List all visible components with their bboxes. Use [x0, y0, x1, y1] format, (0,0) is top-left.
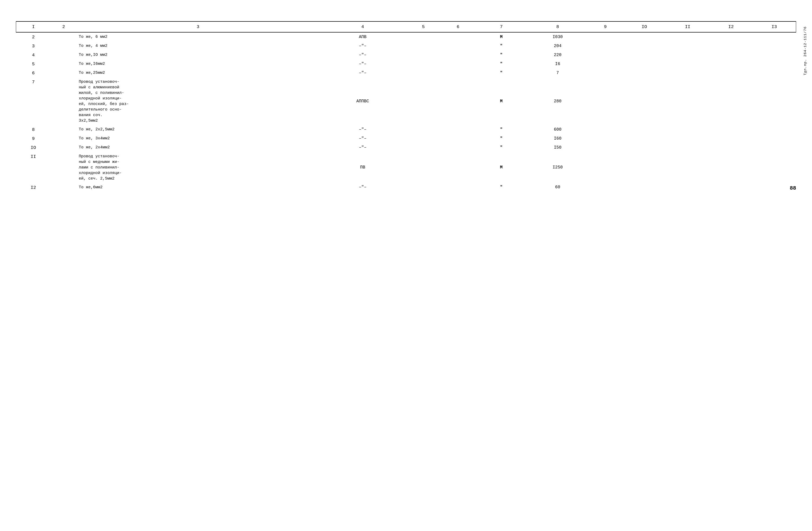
table-row: 3 То же, 4 мм2 –"– " 204 — [16, 42, 796, 50]
row-num: 7 — [16, 77, 51, 125]
row-desc: То же,25мм2 — [77, 69, 319, 77]
row-col13 — [753, 125, 796, 134]
row-desc: То же,6мм2 — [77, 183, 319, 192]
row-mark: –"– — [319, 42, 406, 50]
row-col10 — [623, 69, 666, 77]
row-col13 — [753, 50, 796, 59]
row-col13 — [753, 42, 796, 50]
row-col8: I250 — [527, 152, 588, 183]
row-col5 — [406, 42, 441, 50]
row-col11 — [666, 152, 709, 183]
header-col4: 4 — [319, 21, 406, 32]
row-col6 — [441, 69, 475, 77]
row-col13 — [753, 77, 796, 125]
row-col12 — [709, 42, 753, 50]
row-col5 — [406, 183, 441, 192]
row-col12 — [709, 59, 753, 69]
row-col9 — [588, 50, 623, 59]
table-row: II Провод установоч-ный с медными жи-лам… — [16, 152, 796, 183]
row-col13 — [753, 32, 796, 42]
row-col10 — [623, 59, 666, 69]
row-col9 — [588, 134, 623, 143]
row-col2 — [51, 59, 77, 69]
header-col10: IO — [623, 21, 666, 32]
row-col7: М — [475, 77, 527, 125]
row-desc: То же, 2х4мм2 — [77, 143, 319, 152]
row-col6 — [441, 59, 475, 69]
row-desc: То же, 3х4мм2 — [77, 134, 319, 143]
header-col13: I3 — [753, 21, 796, 32]
header-col3: 3 — [77, 21, 319, 32]
row-col8: I60 — [527, 134, 588, 143]
row-num: 4 — [16, 50, 51, 59]
row-col10 — [623, 134, 666, 143]
row-col13 — [753, 152, 796, 183]
row-col9 — [588, 42, 623, 50]
row-mark: –"– — [319, 134, 406, 143]
table-row: IO То же, 2х4мм2 –"– " I50 — [16, 143, 796, 152]
row-col7: " — [475, 50, 527, 59]
row-col6 — [441, 42, 475, 50]
row-col5 — [406, 59, 441, 69]
row-col9 — [588, 59, 623, 69]
row-col8: 204 — [527, 42, 588, 50]
row-col2 — [51, 77, 77, 125]
row-col8: I6 — [527, 59, 588, 69]
row-col12 — [709, 69, 753, 77]
row-num: 8 — [16, 125, 51, 134]
row-mark: –"– — [319, 143, 406, 152]
row-col6 — [441, 50, 475, 59]
row-col12 — [709, 32, 753, 42]
row-col2 — [51, 42, 77, 50]
row-col12 — [709, 134, 753, 143]
row-col9 — [588, 183, 623, 192]
row-col2 — [51, 152, 77, 183]
header-col6: 6 — [441, 21, 475, 32]
row-col6 — [441, 143, 475, 152]
row-col6 — [441, 125, 475, 134]
row-col11 — [666, 32, 709, 42]
row-desc: Провод установоч-ный с алюминиевойжилой,… — [77, 77, 319, 125]
row-col11 — [666, 42, 709, 50]
row-col2 — [51, 143, 77, 152]
row-num: IO — [16, 143, 51, 152]
row-col6 — [441, 152, 475, 183]
table-row: 4 То же,IO мм2 –"– " 220 — [16, 50, 796, 59]
row-desc: То же,I6мм2 — [77, 59, 319, 69]
row-col13 — [753, 59, 796, 69]
row-col7: " — [475, 42, 527, 50]
row-col11 — [666, 50, 709, 59]
row-col8: 600 — [527, 125, 588, 134]
row-col12 — [709, 143, 753, 152]
row-num: 5 — [16, 59, 51, 69]
table-row: 5 То же,I6мм2 –"– " I6 — [16, 59, 796, 69]
row-col6 — [441, 32, 475, 42]
row-desc: То же,IO мм2 — [77, 50, 319, 59]
row-col7: " — [475, 59, 527, 69]
row-col5 — [406, 69, 441, 77]
row-col10 — [623, 152, 666, 183]
row-col5 — [406, 77, 441, 125]
row-col11 — [666, 143, 709, 152]
row-col9 — [588, 143, 623, 152]
row-col13 — [753, 183, 796, 192]
row-num: II — [16, 152, 51, 183]
row-num: 9 — [16, 134, 51, 143]
row-col8: 220 — [527, 50, 588, 59]
row-col2 — [51, 125, 77, 134]
row-col2 — [51, 134, 77, 143]
header-col2: 2 — [51, 21, 77, 32]
row-col12 — [709, 50, 753, 59]
row-col11 — [666, 125, 709, 134]
row-col7: " — [475, 183, 527, 192]
row-col8: 7 — [527, 69, 588, 77]
row-col5 — [406, 152, 441, 183]
row-col12 — [709, 125, 753, 134]
row-col9 — [588, 152, 623, 183]
row-col7: М — [475, 32, 527, 42]
row-col7: " — [475, 134, 527, 143]
row-col6 — [441, 134, 475, 143]
row-num: 2 — [16, 32, 51, 42]
row-col9 — [588, 69, 623, 77]
row-mark: –"– — [319, 125, 406, 134]
